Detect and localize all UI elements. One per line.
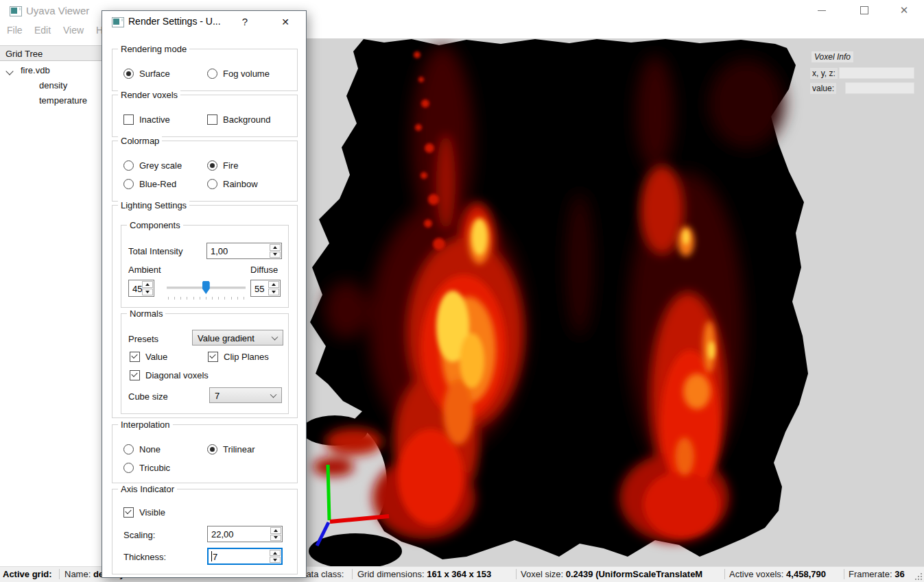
spin-down-icon[interactable] bbox=[270, 252, 281, 258]
framerate-value: 36 bbox=[895, 569, 904, 579]
voxel-info-title: Voxel Info bbox=[812, 51, 853, 62]
group-title: Components bbox=[127, 220, 183, 230]
spin-down-icon[interactable] bbox=[270, 557, 281, 563]
spin-up-icon[interactable] bbox=[270, 550, 281, 556]
cube-size-combobox[interactable]: 7 bbox=[209, 387, 282, 403]
window-title: Uyava Viewer bbox=[26, 5, 89, 16]
radio-trilinear[interactable]: Trilinear bbox=[207, 444, 254, 454]
radio-icon bbox=[123, 463, 134, 473]
radio-rainbow[interactable]: Rainbow bbox=[207, 179, 258, 189]
radio-grey-scale[interactable]: Grey scale bbox=[123, 160, 182, 171]
tree-item-root[interactable]: fire.vdb bbox=[21, 65, 50, 75]
voxel-xyz-label: x, y, z: bbox=[810, 68, 838, 79]
status-separator bbox=[352, 569, 353, 579]
ambient-spinbox[interactable]: 45 bbox=[128, 280, 154, 297]
checkbox-icon bbox=[123, 114, 134, 125]
voxel-value-label: value: bbox=[810, 83, 836, 94]
expander-icon[interactable] bbox=[5, 67, 13, 75]
tree-item-child[interactable]: density bbox=[39, 80, 67, 90]
menu-edit[interactable]: Edit bbox=[34, 25, 51, 36]
group-title: Rendering mode bbox=[118, 44, 189, 54]
diffuse-label: Diffuse bbox=[250, 265, 278, 275]
slider-ticks bbox=[168, 297, 244, 300]
status-separator bbox=[844, 569, 844, 579]
dialog-icon bbox=[112, 17, 124, 27]
slider-handle[interactable] bbox=[202, 281, 210, 294]
checkbox-diagonal-voxels[interactable]: Diagonal voxels bbox=[130, 370, 209, 380]
group-title: Axis Indicator bbox=[118, 484, 177, 494]
grid-dimensions-value: 161 x 364 x 153 bbox=[427, 569, 491, 579]
group-title: Interpolation bbox=[118, 420, 173, 430]
close-icon: ✕ bbox=[900, 4, 909, 16]
app-icon bbox=[10, 6, 22, 16]
ambient-diffuse-slider[interactable] bbox=[167, 280, 246, 301]
voxel-xyz-field bbox=[839, 67, 914, 79]
radio-none[interactable]: None bbox=[123, 444, 161, 454]
group-components: Components Total Intensity 1,00 Ambient … bbox=[121, 225, 289, 308]
minimize-button[interactable] bbox=[810, 0, 833, 21]
checkbox-clip-planes[interactable]: Clip Planes bbox=[208, 352, 269, 362]
status-separator bbox=[516, 569, 517, 579]
dialog-title-bar[interactable]: Render Settings - U... ? ✕ bbox=[102, 11, 306, 33]
grid-dimensions-label: Grid dimensions: bbox=[357, 569, 425, 579]
radio-icon bbox=[123, 160, 134, 171]
render-settings-dialog: Render Settings - U... ? ✕ Rendering mod… bbox=[102, 10, 307, 578]
spin-down-icon[interactable] bbox=[142, 289, 153, 295]
scaling-spinbox[interactable]: 22,00 bbox=[207, 526, 283, 542]
grid-tree-panel: Grid Tree fire.vdb density temperature bbox=[0, 38, 102, 567]
active-voxels-value: 4,458,790 bbox=[786, 569, 826, 579]
thickness-spinbox[interactable]: 7 bbox=[207, 548, 283, 565]
status-separator bbox=[724, 569, 725, 579]
uyava-viewer-window: Uyava Viewer ✕ File Edit View Help bbox=[0, 0, 924, 582]
menu-file[interactable]: File bbox=[7, 25, 23, 36]
close-button[interactable]: ✕ bbox=[892, 0, 916, 21]
checkbox-inactive[interactable]: Inactive bbox=[123, 114, 170, 125]
spin-up-icon[interactable] bbox=[270, 244, 281, 251]
radio-icon bbox=[207, 444, 217, 454]
spin-down-icon[interactable] bbox=[270, 535, 281, 542]
group-title: Colormap bbox=[118, 136, 162, 146]
spin-up-icon[interactable] bbox=[142, 281, 153, 288]
group-colormap: Colormap Grey scale Fire Blue-Red Rainbo… bbox=[112, 141, 298, 202]
dialog-close-button[interactable]: ✕ bbox=[268, 11, 303, 32]
diffuse-spinbox[interactable]: 55 bbox=[250, 280, 281, 297]
radio-icon bbox=[123, 69, 134, 79]
radio-tricubic[interactable]: Tricubic bbox=[123, 463, 170, 473]
maximize-button[interactable] bbox=[853, 0, 876, 21]
radio-fog-volume[interactable]: Fog volume bbox=[207, 69, 270, 79]
checkbox-icon bbox=[130, 352, 140, 362]
name-label: Name: bbox=[64, 569, 91, 579]
radio-icon bbox=[123, 179, 134, 189]
help-icon: ? bbox=[242, 16, 248, 27]
resize-grip[interactable] bbox=[915, 573, 922, 580]
presets-label: Presets bbox=[128, 334, 158, 344]
total-intensity-spinbox[interactable]: 1,00 bbox=[206, 243, 282, 259]
voxel-size-value: 0.2439 (UniformScaleTranslateM bbox=[566, 569, 702, 579]
spin-down-icon[interactable] bbox=[268, 289, 279, 295]
group-axis-indicator: Axis Indicator Visible Scaling: 22,00 Th… bbox=[112, 489, 298, 574]
group-title: Render voxels bbox=[118, 90, 180, 100]
dialog-help-button[interactable]: ? bbox=[230, 11, 260, 32]
radio-blue-red[interactable]: Blue-Red bbox=[123, 179, 176, 189]
radio-fire[interactable]: Fire bbox=[207, 160, 238, 171]
checkbox-value[interactable]: Value bbox=[130, 352, 167, 362]
chevron-down-icon bbox=[270, 391, 277, 398]
group-rendering-mode: Rendering mode Surface Fog volume bbox=[112, 49, 298, 91]
spin-up-icon[interactable] bbox=[268, 281, 279, 288]
presets-combobox[interactable]: Value gradient bbox=[192, 330, 283, 345]
group-render-voxels: Render voxels Inactive Background bbox=[112, 95, 298, 137]
group-title: Lighting Settings bbox=[118, 200, 189, 210]
grid-tree-header: Grid Tree bbox=[0, 45, 102, 61]
active-voxels-label: Active voxels: bbox=[729, 569, 783, 579]
checkbox-icon bbox=[208, 352, 218, 362]
menu-view[interactable]: View bbox=[63, 25, 84, 36]
voxel-size-label: Voxel size: bbox=[521, 569, 563, 579]
radio-surface[interactable]: Surface bbox=[123, 69, 170, 79]
checkbox-visible[interactable]: Visible bbox=[123, 507, 165, 518]
tree-item-child[interactable]: temperature bbox=[39, 95, 87, 106]
spin-up-icon[interactable] bbox=[270, 527, 281, 534]
checkbox-background[interactable]: Background bbox=[207, 114, 270, 125]
group-lighting-settings: Lighting Settings Components Total Inten… bbox=[112, 205, 298, 418]
cube-size-label: Cube size bbox=[128, 391, 168, 402]
group-interpolation: Interpolation None Trilinear Tricubic bbox=[112, 424, 298, 483]
